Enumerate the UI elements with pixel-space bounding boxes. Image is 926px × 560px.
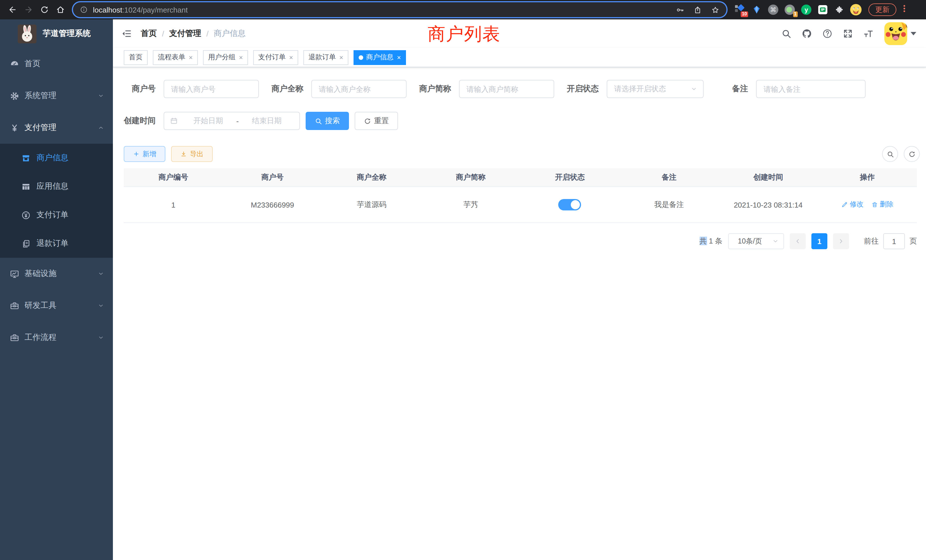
sidebar-item-payment[interactable]: 支付管理 (0, 112, 113, 144)
extension-chat-icon[interactable] (817, 4, 829, 15)
browser-menu-icon[interactable] (900, 4, 909, 15)
address-bar[interactable]: localhost:1024/pay/merchant (73, 2, 726, 17)
tab-home[interactable]: 首页 (124, 50, 148, 65)
extensions-puzzle-icon[interactable] (834, 4, 845, 15)
add-button[interactable]: 新增 (124, 146, 165, 162)
filter-status: 开启状态 请选择开启状态 (567, 80, 704, 98)
bookmark-star-icon[interactable] (711, 5, 720, 14)
field-label: 商户简称 (419, 84, 451, 94)
font-size-icon[interactable] (858, 29, 879, 39)
edit-link[interactable]: 修改 (841, 200, 864, 210)
sidebar-item-workflow[interactable]: 工作流程 (0, 322, 113, 354)
url-path: :1024/pay/merchant (122, 5, 188, 14)
github-icon[interactable] (797, 29, 817, 39)
tab-close-icon[interactable]: × (189, 54, 193, 61)
search-button[interactable]: 搜索 (306, 112, 349, 130)
column-header: 创建时间 (719, 172, 818, 183)
refresh-icon (908, 150, 915, 158)
status-select[interactable]: 请选择开启状态 (607, 80, 704, 98)
column-header: 备注 (619, 172, 719, 183)
update-label: 更新 (875, 5, 890, 15)
sidebar-item-merchant-info[interactable]: 商户信息 (0, 144, 113, 172)
full-name-input[interactable] (311, 80, 407, 98)
tab-merchant-info[interactable]: 商户信息× (354, 50, 406, 65)
share-icon[interactable] (693, 5, 702, 14)
prev-page-button[interactable] (790, 233, 806, 249)
refresh-table-button[interactable] (904, 146, 920, 162)
sidebar-item-infrastructure[interactable]: 基础设施 (0, 258, 113, 290)
table-row: 1 M233666999 芋道源码 芋艿 我是备注 2021-10-23 08:… (124, 187, 917, 223)
goto-page-input[interactable] (883, 233, 905, 249)
sidebar-item-label: 基础设施 (24, 269, 56, 279)
breadcrumb-section[interactable]: 支付管理 (169, 29, 201, 39)
breadcrumb-home[interactable]: 首页 (141, 29, 157, 39)
sidebar-item-system[interactable]: 系统管理 (0, 80, 113, 112)
reload-icon[interactable] (36, 2, 53, 18)
tab-refund-orders[interactable]: 退款订单× (303, 50, 348, 65)
tab-close-icon[interactable]: × (339, 54, 343, 61)
toolbox-icon (10, 333, 20, 342)
app-logo[interactable]: 芋道管理系统 (0, 20, 113, 48)
calendar-icon (170, 117, 178, 125)
cell-created-at: 2021-10-23 08:31:14 (719, 200, 818, 209)
current-page-button[interactable]: 1 (811, 233, 828, 249)
tab-pay-orders[interactable]: 支付订单× (253, 50, 298, 65)
download-icon (180, 151, 187, 157)
breadcrumb-current: 商户信息 (214, 29, 246, 39)
date-range-input[interactable]: 开始日期 - 结束日期 (163, 112, 300, 130)
extension-tab-icon[interactable]: 1 (784, 4, 796, 15)
browser-profile-avatar[interactable] (850, 4, 862, 15)
extension-command-icon[interactable]: ⌘ (767, 4, 779, 15)
extension-gem-icon[interactable] (751, 4, 763, 15)
sidebar-item-label: 首页 (24, 59, 41, 69)
fullscreen-icon[interactable] (838, 29, 858, 39)
export-button[interactable]: 导出 (171, 146, 213, 162)
tab-close-icon[interactable]: × (289, 54, 293, 61)
sidebar-fold-icon[interactable] (121, 29, 132, 39)
search-icon (315, 117, 322, 125)
home-icon[interactable] (53, 2, 68, 18)
header-search-icon[interactable] (776, 29, 797, 39)
remark-input[interactable] (756, 80, 865, 98)
field-label: 备注 (716, 84, 748, 94)
back-icon[interactable] (5, 2, 21, 18)
sidebar-item-app-info[interactable]: 应用信息 (0, 172, 113, 201)
reset-button[interactable]: 重置 (355, 112, 398, 130)
merchant-no-input[interactable] (163, 80, 259, 98)
filter-row-1: 商户号 商户全称 商户简称 开启状态 请选择开启状态 (124, 80, 917, 98)
column-header: 操作 (818, 172, 917, 183)
sidebar-item-pay-orders[interactable]: 支付订单 (0, 201, 113, 229)
site-info-icon[interactable] (80, 6, 88, 14)
avatar-caret-down-icon[interactable] (911, 32, 916, 35)
extension-yuque-icon[interactable]: y (800, 4, 812, 15)
tab-process-form[interactable]: 流程表单× (153, 50, 198, 65)
sidebar-item-refund-orders[interactable]: 退款订单 (0, 229, 113, 258)
help-icon[interactable] (817, 29, 838, 39)
sidebar-item-label: 应用信息 (36, 182, 68, 192)
user-avatar[interactable] (884, 22, 907, 45)
page-size-select[interactable]: 10条/页 (728, 233, 784, 249)
browser-update-button[interactable]: 更新 (869, 3, 896, 16)
status-switch[interactable] (558, 199, 581, 210)
tab-label: 商户信息 (366, 53, 393, 62)
date-end-placeholder: 结束日期 (240, 116, 294, 126)
date-separator: - (235, 117, 240, 125)
toggle-search-button[interactable] (882, 146, 898, 162)
tab-user-group[interactable]: 用户分组× (203, 50, 248, 65)
delete-link[interactable]: 删除 (871, 200, 894, 210)
forward-icon[interactable] (21, 2, 36, 18)
column-header: 商户号 (223, 172, 322, 183)
annotation-title: 商户列表 (428, 22, 501, 46)
extension-tasks-icon[interactable]: 10 (734, 4, 746, 15)
page-size-value: 10条/页 (738, 236, 762, 246)
password-key-icon[interactable] (676, 5, 684, 14)
short-name-input[interactable] (459, 80, 554, 98)
tab-close-icon[interactable]: × (397, 54, 401, 61)
field-label: 商户号 (124, 84, 156, 94)
chevron-down-icon (97, 270, 104, 277)
sidebar-item-home[interactable]: 首页 (0, 48, 113, 80)
next-page-button[interactable] (833, 233, 849, 249)
tab-label: 支付订单 (258, 53, 286, 62)
tab-close-icon[interactable]: × (239, 54, 243, 61)
sidebar-item-dev-tools[interactable]: 研发工具 (0, 290, 113, 322)
